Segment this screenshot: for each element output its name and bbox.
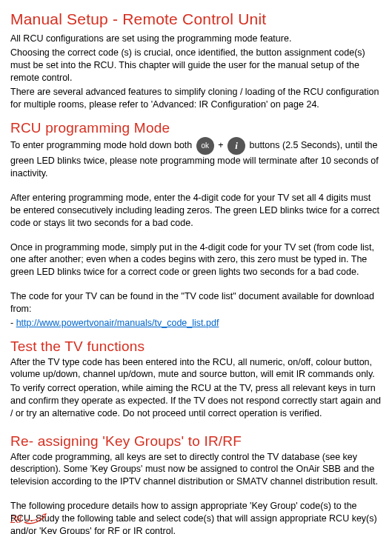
heading-reassigning: Re- assigning 'Key Groups' to IR/RF: [10, 432, 382, 451]
rcu-para-1: To enter programming mode hold down both…: [10, 137, 382, 180]
rcu-p1-text-a: To enter programming mode hold down both: [10, 141, 195, 151]
page-number: 28: [10, 512, 21, 527]
info-button-label: i: [227, 137, 245, 155]
rcu-link-line: - http://www.powertvonair/manuals/tv_cod…: [10, 317, 382, 330]
swoosh-icon: [23, 512, 48, 527]
intro-line-1: All RCU configurations are set using the…: [10, 33, 382, 45]
page-title: Manual Setup - Remote Control Unit: [10, 9, 382, 30]
ok-button-icon: ok: [195, 137, 216, 155]
intro-line-3: There are several advanced features to s…: [10, 86, 382, 111]
link-prefix: -: [10, 318, 16, 328]
heading-test-tv: Test the TV functions: [10, 337, 382, 356]
test-para-1: After the TV type code has been entered …: [10, 356, 382, 381]
rcu-para-4: The code for your TV can be found in the…: [10, 290, 382, 316]
rcu-para-3: Once in programming mode, simply put in …: [10, 241, 382, 279]
info-button-icon: i: [226, 137, 247, 155]
rcu-para-2: After entering programming mode, enter t…: [10, 192, 382, 230]
heading-rcu-programming: RCU programming Mode: [10, 119, 382, 138]
intro-line-2: Choosing the correct code (s) is crucial…: [10, 47, 382, 84]
reassign-para-2: The following procedure details how to a…: [10, 500, 382, 534]
page-footer: 28: [10, 512, 48, 527]
ok-button-label: ok: [196, 137, 214, 155]
test-para-2: To verify correct operation, while aimin…: [10, 382, 382, 420]
reassign-para-1: After code programming, all keys are set…: [10, 451, 382, 489]
plus-text: +: [216, 141, 226, 151]
tv-code-list-link[interactable]: http://www.powertvonair/manuals/tv_code_…: [16, 318, 219, 328]
